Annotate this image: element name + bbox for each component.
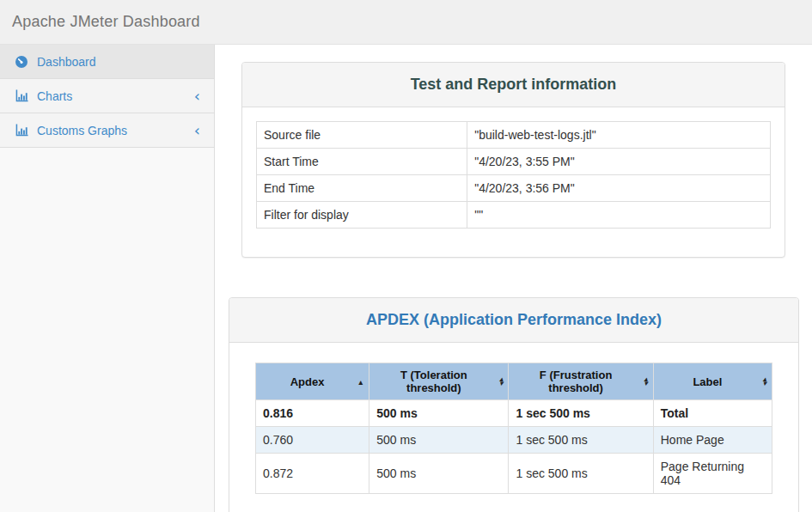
test-info-panel: Test and Report information Source file … <box>241 62 785 258</box>
main-content: Test and Report information Source file … <box>215 45 812 512</box>
toleration-cell: 500 ms <box>369 400 509 427</box>
info-label-cell: End Time <box>257 175 467 202</box>
tachometer-icon <box>15 55 28 69</box>
sidebar-item-dashboard[interactable]: Dashboard <box>0 45 214 79</box>
test-info-panel-body: Source file "build-web-test-logs.jtl" St… <box>242 107 785 257</box>
info-label-cell: Start Time <box>257 149 467 175</box>
info-label-cell: Filter for display <box>257 202 467 229</box>
sidebar-item-label: Dashboard <box>37 55 200 69</box>
info-value-cell: "build-web-test-logs.jtl" <box>467 122 771 149</box>
sort-both-icon[interactable]: ▴▾ <box>762 377 766 386</box>
chevron-left-icon[interactable]: ‹ <box>194 125 200 137</box>
chevron-left-icon[interactable]: ‹ <box>194 90 200 102</box>
toleration-cell: 500 ms <box>369 454 509 494</box>
table-row: 0.760 500 ms 1 sec 500 ms Home Page <box>256 427 772 454</box>
frustration-cell: 1 sec 500 ms <box>509 427 653 454</box>
column-header-apdex[interactable]: Apdex ▴ <box>256 363 369 400</box>
table-row: Start Time "4/20/23, 3:55 PM" <box>257 149 771 175</box>
sort-both-icon[interactable]: ▴▾ <box>644 377 648 386</box>
frustration-cell: 1 sec 500 ms <box>509 400 653 427</box>
sort-both-icon[interactable]: ▴▾ <box>499 377 504 386</box>
apdex-score-cell: 0.816 <box>256 400 369 427</box>
sidebar-item-label: Charts <box>37 89 194 103</box>
sidebar: Dashboard Charts ‹ Customs Graphs <box>0 45 215 512</box>
apdex-panel-title: APDEX (Application Performance Index) <box>366 311 662 328</box>
apdex-panel-body: Apdex ▴ T (Toleration threshold) ▴▾ F (F… <box>229 343 798 512</box>
apdex-panel: APDEX (Application Performance Index) Ap… <box>229 297 799 512</box>
table-row-total: 0.816 500 ms 1 sec 500 ms Total <box>256 400 772 427</box>
apdex-table-header-row: Apdex ▴ T (Toleration threshold) ▴▾ F (F… <box>256 363 772 400</box>
app-title: Apache JMeter Dashboard <box>12 13 200 31</box>
bar-chart-icon <box>15 89 28 103</box>
app-header: Apache JMeter Dashboard <box>0 0 812 45</box>
sidebar-item-label: Customs Graphs <box>37 124 194 137</box>
table-row: End Time "4/20/23, 3:56 PM" <box>257 175 771 202</box>
table-row: Filter for display "" <box>257 202 771 229</box>
label-cell: Page Returning 404 <box>653 454 772 494</box>
bar-chart-icon <box>15 124 28 137</box>
info-value-cell: "" <box>467 202 771 229</box>
column-header-label[interactable]: Label ▴▾ <box>653 363 772 400</box>
column-header-toleration[interactable]: T (Toleration threshold) ▴▾ <box>369 363 509 400</box>
info-label-cell: Source file <box>257 122 467 149</box>
test-info-panel-title: Test and Report information <box>411 76 617 93</box>
test-info-panel-heading: Test and Report information <box>242 63 785 107</box>
sort-ascending-icon[interactable]: ▴ <box>358 377 363 387</box>
apdex-panel-heading: APDEX (Application Performance Index) <box>229 298 798 343</box>
apdex-table: Apdex ▴ T (Toleration threshold) ▴▾ F (F… <box>255 363 772 494</box>
column-header-frustration[interactable]: F (Frustration threshold) ▴▾ <box>509 363 653 400</box>
sidebar-item-charts[interactable]: Charts ‹ <box>0 79 214 113</box>
apdex-score-cell: 0.872 <box>256 454 369 494</box>
label-cell: Total <box>653 400 772 427</box>
sidebar-item-customs-graphs[interactable]: Customs Graphs ‹ <box>0 113 214 148</box>
table-row: 0.872 500 ms 1 sec 500 ms Page Returning… <box>256 454 772 494</box>
test-info-table: Source file "build-web-test-logs.jtl" St… <box>256 121 771 229</box>
info-value-cell: "4/20/23, 3:55 PM" <box>467 149 771 175</box>
apdex-score-cell: 0.760 <box>256 427 369 454</box>
info-value-cell: "4/20/23, 3:56 PM" <box>467 175 771 202</box>
label-cell: Home Page <box>653 427 772 454</box>
toleration-cell: 500 ms <box>369 427 509 454</box>
frustration-cell: 1 sec 500 ms <box>509 454 653 494</box>
table-row: Source file "build-web-test-logs.jtl" <box>257 122 771 149</box>
